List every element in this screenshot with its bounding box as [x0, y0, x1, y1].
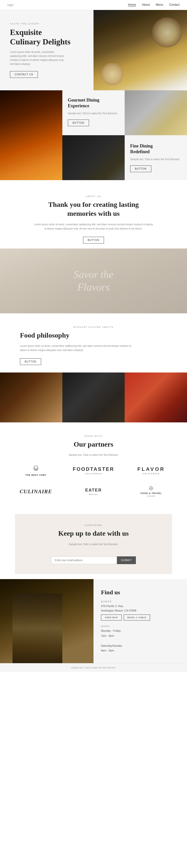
- fine-dining-title: Fine DiningRedefined: [130, 143, 182, 155]
- fine-dining-text-box: Fine DiningRedefined Sample text. Click …: [125, 135, 187, 180]
- gourmet-button[interactable]: BUTTON: [68, 120, 89, 126]
- partner-item-5: EATER Malibu: [68, 484, 119, 499]
- philosophy-label: ELEGANT CUISINE AWAITS: [20, 326, 167, 328]
- about-desc: Lorem ipsum dolor sit amet, consectetur …: [34, 222, 153, 231]
- subscribe-desc: Sample text. Click to select the Text El…: [69, 542, 119, 547]
- partner-logo-1[interactable]: THE BEST CHEF: [25, 474, 46, 476]
- logo: logo: [7, 3, 14, 7]
- gourmet-title: Gourmet DiningExperience: [68, 97, 119, 109]
- footer-hours: Monday - Friday 7am - 6pm Saturday/Sunda…: [101, 628, 180, 653]
- philosophy-title: Food philosophy: [20, 331, 167, 340]
- navbar: logo Home About Menu Contact: [0, 0, 187, 10]
- partner-logo-5[interactable]: EATER: [85, 488, 102, 493]
- partner-item-2: FOODTASTER CALIFORNIA: [68, 463, 119, 478]
- partner-item-6: FOOD & TRAVEL SINCE: [125, 484, 177, 499]
- partners-section: WORK WITH Our partners Sample text. Clic…: [0, 423, 187, 509]
- philosophy-section: ELEGANT CUISINE AWAITS Food philosophy L…: [0, 313, 187, 372]
- philosophy-desc: Lorem ipsum dolor sit amet, consectetur …: [20, 344, 135, 352]
- hero-title: ExquisiteCulinary Delights: [10, 27, 84, 46]
- fine-dining-desc: Sample text. Click to select the Text El…: [130, 157, 182, 161]
- food-trio-images: [0, 372, 187, 423]
- gourmet-text-box: Gourmet DiningExperience Sample text. Cl…: [62, 90, 125, 135]
- partner-logo-4[interactable]: Culinaire: [20, 488, 52, 495]
- hero-image: [94, 10, 187, 90]
- food-image-3: [125, 372, 187, 423]
- partner-sub-3: CALIFORNIA: [143, 472, 160, 475]
- footer-hours-block: WHEN Monday - Friday 7am - 6pm Saturday/…: [101, 625, 180, 653]
- subscribe-button[interactable]: SUBMIT: [117, 556, 136, 564]
- gourmet-desc: Sample text. Click to select the Text El…: [68, 112, 119, 116]
- about-section: ABOUT US Thank you for creating lastingm…: [0, 180, 187, 248]
- email-input[interactable]: [51, 556, 117, 564]
- about-big-image: Savor theFlavors: [0, 248, 187, 313]
- nav-menu[interactable]: Menu: [156, 3, 163, 7]
- partner-logo-6[interactable]: FOOD & TRAVEL: [141, 492, 162, 495]
- partner-item-3: FLAVOR CALIFORNIA: [125, 463, 177, 478]
- book-table-button[interactable]: BOOK A TABLE: [124, 615, 150, 620]
- footer-bottom-text: Sample text. Click to select the Text El…: [71, 666, 116, 669]
- view-map-button[interactable]: VIEW MAP: [101, 615, 122, 620]
- food-image-2: [62, 372, 125, 423]
- travel-icon: [149, 486, 153, 492]
- philosophy-button[interactable]: BUTTON: [20, 358, 41, 365]
- subscribe-wrapper: SUBSCRIBE Keep up to date with us Sample…: [0, 509, 187, 579]
- nav-contact[interactable]: Contact: [169, 3, 180, 7]
- footer-where-label: WHERE: [101, 600, 180, 603]
- chef-hat-icon: [32, 465, 39, 473]
- gallery-section: Gourmet DiningExperience Sample text. Cl…: [0, 90, 187, 180]
- hero-desc: Lorem ipsum dolor sit amet, consectetur …: [10, 50, 65, 66]
- footer-info: Find us WHERE 676 Pacific C Hwy Huntingt…: [94, 579, 187, 663]
- footer-when-label: WHEN: [101, 625, 180, 627]
- about-label: ABOUT US: [20, 195, 167, 197]
- footer-address: 676 Pacific C Hwy Huntington Beach, CA 0…: [101, 604, 180, 613]
- subscribe-form: SUBMIT: [51, 556, 136, 564]
- partners-label: WORK WITH: [10, 435, 177, 437]
- subscribe-section: SUBSCRIBE Keep up to date with us Sample…: [15, 514, 172, 574]
- overlay-text: Savor theFlavors: [73, 268, 114, 293]
- hero-text: TASTE THE LUXURY ExquisiteCulinary Delig…: [0, 10, 94, 90]
- nav-home[interactable]: Home: [128, 3, 136, 7]
- svg-rect-1: [34, 470, 37, 470]
- partner-sub-2: CALIFORNIA: [85, 472, 102, 475]
- partner-logo-2[interactable]: FOODTASTER: [73, 466, 114, 472]
- svg-point-0: [34, 466, 38, 469]
- footer-title: Find us: [101, 589, 180, 596]
- about-title: Thank you for creating lastingmemories w…: [20, 200, 167, 218]
- nav-about[interactable]: About: [142, 3, 150, 7]
- footer-buttons: VIEW MAP BOOK A TABLE: [101, 615, 180, 620]
- partners-desc: Sample text. Click to select the Text El…: [34, 453, 153, 457]
- nav-links: Home About Menu Contact: [128, 3, 180, 7]
- footer-section: Find us WHERE 676 Pacific C Hwy Huntingt…: [0, 579, 187, 663]
- food-plate-image-1: [125, 90, 187, 135]
- partners-title: Our partners: [10, 440, 177, 449]
- partner-item-1: THE BEST CHEF: [10, 463, 62, 478]
- partner-sub-6: SINCE: [147, 495, 155, 497]
- hero-label: TASTE THE LUXURY: [10, 23, 84, 25]
- footer-bottom: Sample text. Click to select the Text El…: [0, 663, 187, 672]
- partner-logo-3[interactable]: FLAVOR: [137, 466, 165, 472]
- chef-image: [0, 90, 62, 180]
- partners-grid: THE BEST CHEF FOODTASTER CALIFORNIA FLAV…: [10, 463, 177, 499]
- footer-address-block: WHERE 676 Pacific C Hwy Huntington Beach…: [101, 600, 180, 620]
- about-button[interactable]: BUTTON: [83, 237, 104, 244]
- subscribe-title: Keep up to date with us: [58, 529, 129, 538]
- footer-chef-image: [0, 579, 94, 663]
- partner-item-4: Culinaire: [10, 484, 62, 499]
- food-image-1: [0, 372, 62, 423]
- food-plate-image-2: [62, 135, 125, 180]
- fine-dining-button[interactable]: BUTTON: [130, 165, 151, 172]
- partner-sub-5: Malibu: [89, 493, 98, 496]
- subscribe-label: SUBSCRIBE: [85, 524, 102, 526]
- hero-cta-button[interactable]: CONTACT US: [10, 71, 38, 78]
- hero-section: TASTE THE LUXURY ExquisiteCulinary Delig…: [0, 10, 187, 90]
